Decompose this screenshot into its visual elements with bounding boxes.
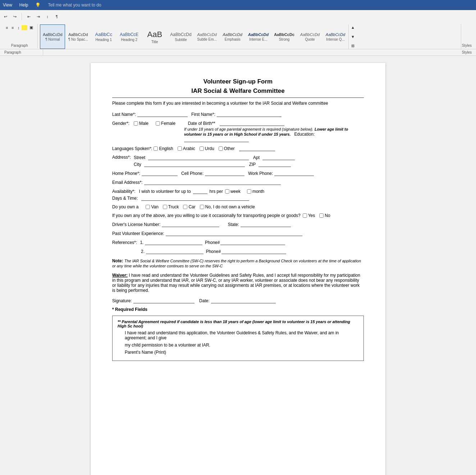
gender-male-checkbox[interactable] — [134, 121, 138, 126]
lang-urdu-option[interactable]: Urdu — [200, 146, 214, 151]
avail-week-option[interactable]: week — [225, 189, 241, 194]
phone1-label: Phone# — [205, 240, 220, 245]
avail-month-checkbox[interactable] — [247, 189, 251, 194]
lang-other-option[interactable]: Other — [219, 146, 235, 151]
paragraph-section-label[interactable]: Paragraph — [3, 49, 43, 55]
style-swatch-emphasis[interactable]: AaBbCcDd Emphasis — [220, 24, 245, 49]
align-right-button[interactable]: ≡ — [10, 25, 15, 31]
style-swatch-intense-q[interactable]: AaBbCcDd Intense Q... — [323, 24, 348, 49]
lang-arabic-checkbox[interactable] — [178, 146, 182, 151]
date-input[interactable] — [211, 298, 276, 303]
first-name-label: First Name*: — [191, 112, 215, 117]
style-swatch-normal[interactable]: AaBbCcDd ¶ Normal — [40, 24, 65, 49]
pilcrow-button[interactable]: ¶ — [53, 13, 61, 21]
topbar-help[interactable]: Help — [19, 3, 28, 8]
phone1-input[interactable] — [220, 240, 285, 245]
vehicle-yes-checkbox[interactable] — [303, 213, 307, 218]
home-phone-input[interactable] — [142, 171, 178, 176]
vehicle-no-option[interactable]: No — [319, 213, 330, 218]
parent-name-label: Parent's Name (Print) — [125, 350, 358, 355]
style-swatch-intense-e[interactable]: AaBbCcDd Intense E... — [246, 24, 271, 49]
ref1-input[interactable] — [145, 240, 202, 245]
parental-text1: I have read and understand this applicat… — [125, 330, 358, 340]
city-input[interactable] — [144, 162, 245, 167]
lang-other-checkbox[interactable] — [219, 146, 223, 151]
style-swatch-strong[interactable]: AaBbCcDc Strong — [271, 24, 297, 49]
ribbon-toolbar: ↩ ↪ ⇤ ⇥ ↕ ¶ — [0, 10, 476, 23]
border-button[interactable]: ▣ — [28, 24, 35, 31]
styles-section-label[interactable]: Styles — [461, 49, 473, 55]
lang-arabic-option[interactable]: Arabic — [178, 146, 195, 151]
parental-content: I have read and understand this applicat… — [125, 330, 358, 355]
tell-me-input[interactable]: Tell me what you want to do — [48, 3, 101, 8]
gender-male-option[interactable]: Male — [134, 121, 148, 126]
line-spacing-button[interactable]: ↕ — [16, 25, 21, 31]
outdent-button[interactable]: ⇤ — [25, 13, 33, 21]
align-left-button[interactable]: ≡ — [4, 25, 9, 31]
styles-scroll-up[interactable]: ▲ — [349, 24, 356, 30]
vehicle-van-option[interactable]: Van — [146, 204, 158, 209]
style-swatch-heading1[interactable]: AaBbCc Heading 1 — [91, 24, 116, 49]
vehicle-car-checkbox[interactable] — [183, 205, 187, 209]
swatch-label-quote: Quote — [305, 37, 315, 41]
lang-other-input[interactable] — [239, 146, 275, 151]
sort-button[interactable]: ↕ — [44, 13, 51, 21]
styles-scroll-down[interactable]: ▼ — [349, 34, 356, 40]
work-phone-input[interactable] — [274, 171, 314, 176]
ref2-input[interactable] — [146, 249, 203, 254]
ribbon: ↩ ↪ ⇤ ⇥ ↕ ¶ ≡ ≡ ↕ ▣ Paragraph AaBbCcDd ¶… — [0, 10, 476, 56]
dob-input[interactable] — [220, 121, 284, 126]
email-input[interactable] — [144, 180, 281, 185]
redo-button[interactable]: ↪ — [11, 13, 19, 21]
cell-phone-input[interactable] — [205, 171, 244, 176]
past-vol-input[interactable] — [166, 231, 302, 236]
vehicle-truck-option[interactable]: Truck — [163, 204, 179, 209]
vehicle-none-checkbox[interactable] — [200, 205, 204, 209]
undo-button[interactable]: ↩ — [1, 13, 9, 21]
style-swatch-no-space[interactable]: AaBbCcDd ¶ No Spac... — [65, 24, 91, 49]
gender-dob-section: Gender*: Male Female Date of Birth** If … — [112, 121, 364, 142]
avail-week-checkbox[interactable] — [225, 189, 229, 194]
gender-female-checkbox[interactable] — [156, 121, 160, 126]
last-name-input[interactable] — [137, 112, 188, 117]
style-swatch-subtle-em[interactable]: AaBbCcDd Subtle Em... — [194, 24, 220, 49]
vehicle-truck-checkbox[interactable] — [163, 205, 167, 209]
shading-button[interactable] — [22, 25, 27, 30]
avail-month-option[interactable]: month — [247, 189, 264, 194]
work-phone-label: Work Phone: — [248, 171, 273, 176]
style-swatch-heading2[interactable]: AaBbCcE Heading 2 — [116, 24, 142, 49]
vehicle-no-checkbox[interactable] — [319, 213, 324, 218]
swatch-preview-emphasis: AaBbCcDd — [223, 32, 242, 37]
lang-english-option[interactable]: English — [154, 146, 173, 151]
swatch-preview-no-space: AaBbCcDd — [68, 32, 88, 37]
form-divider — [112, 98, 364, 98]
gender-female-option[interactable]: Female — [156, 121, 175, 126]
references-label: References*: — [112, 240, 137, 245]
vehicle-none-option[interactable]: No, I do not own a vehicle — [200, 204, 255, 209]
style-swatch-quote[interactable]: AaBbCcDd Quote — [297, 24, 322, 49]
lang-urdu-checkbox[interactable] — [200, 146, 204, 151]
styles-more[interactable]: ⊞ — [349, 43, 356, 49]
street-input[interactable] — [148, 155, 249, 160]
swatch-label-normal: ¶ Normal — [45, 37, 60, 41]
topbar-view[interactable]: View — [3, 3, 12, 8]
style-swatch-title[interactable]: AaB Title — [142, 24, 167, 49]
vehicle-car-option[interactable]: Car — [183, 204, 195, 209]
phone2-input[interactable] — [221, 249, 286, 254]
state-input[interactable] — [241, 222, 291, 227]
style-swatch-subtitle[interactable]: AaBbCcDd Subtitle — [168, 24, 194, 49]
indent-button[interactable]: ⇥ — [34, 13, 42, 21]
apt-input[interactable] — [262, 155, 295, 160]
first-name-input[interactable] — [217, 112, 282, 117]
education-input[interactable] — [184, 137, 249, 142]
days-time-input[interactable] — [141, 195, 249, 201]
vehicle-van-checkbox[interactable] — [146, 205, 150, 209]
zip-input[interactable] — [258, 162, 291, 167]
waiver-label: Waiver: — [112, 273, 128, 278]
license-input[interactable] — [162, 222, 219, 227]
vehicle-yes-option[interactable]: Yes — [303, 213, 315, 218]
avail-hrs-input[interactable] — [193, 189, 207, 194]
signature-input[interactable] — [133, 298, 194, 303]
lang-english-checkbox[interactable] — [154, 146, 158, 151]
avail-week-label: week — [230, 189, 241, 194]
